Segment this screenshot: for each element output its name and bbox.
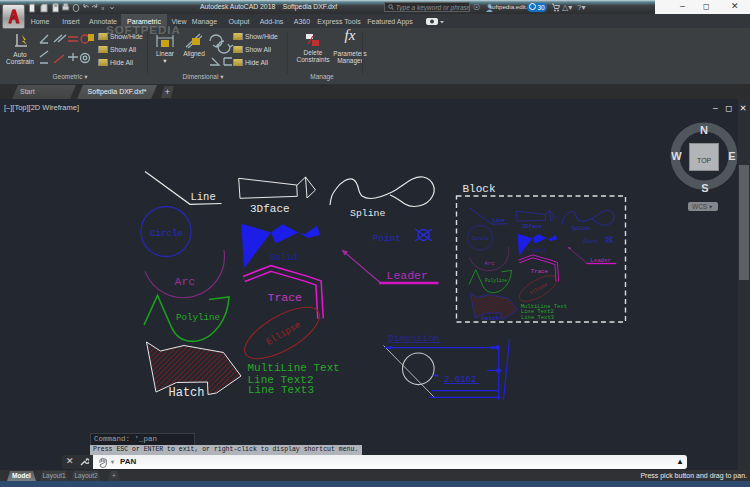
svg-text:WCS ▾: WCS ▾ [692, 203, 713, 210]
svg-text:S: S [701, 182, 708, 194]
svg-text:W: W [671, 150, 682, 162]
svg-text:Block: Block [463, 183, 496, 195]
svg-text:TOP: TOP [697, 157, 712, 164]
svg-text:Dimension: Dimension [388, 333, 439, 344]
svg-text:N: N [700, 124, 708, 136]
svg-text:2.6162: 2.6162 [444, 375, 476, 385]
svg-text:E: E [728, 150, 735, 162]
